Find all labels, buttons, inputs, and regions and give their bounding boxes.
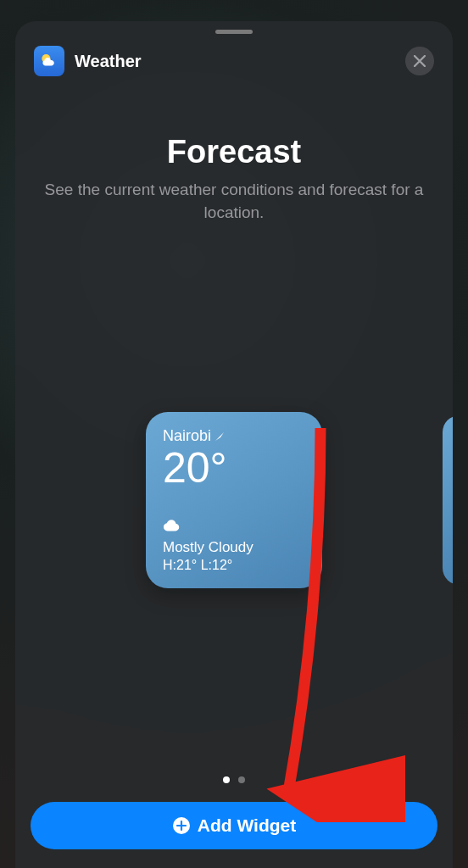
widget-title: Forecast: [32, 134, 436, 170]
app-name-label: Weather: [75, 52, 142, 71]
location-arrow-icon: [214, 431, 225, 442]
sheet-header: Weather: [15, 34, 453, 86]
close-icon: [414, 55, 426, 67]
cloud-icon: [163, 519, 305, 536]
widget-temperature: 20°: [163, 447, 305, 489]
widget-condition: Mostly Cloudy: [163, 539, 305, 556]
title-block: Forecast See the current weather conditi…: [15, 86, 453, 224]
next-widget-peek[interactable]: [443, 415, 453, 585]
widget-preview-area[interactable]: Nairobi 20° Mostly Cloudy H:21° L:12°: [15, 224, 453, 776]
plus-circle-icon: [172, 816, 191, 835]
weather-widget-preview: Nairobi 20° Mostly Cloudy H:21° L:12°: [146, 412, 322, 588]
widget-selection-sheet: Weather Forecast See the current weather…: [15, 21, 453, 868]
widget-subtitle: See the current weather conditions and f…: [32, 179, 436, 224]
page-dot-1[interactable]: [223, 776, 230, 783]
widget-high-low: H:21° L:12°: [163, 558, 305, 573]
close-button[interactable]: [405, 47, 434, 75]
page-dot-2[interactable]: [238, 776, 245, 783]
page-indicator: [15, 776, 453, 802]
add-widget-button[interactable]: Add Widget: [31, 802, 437, 849]
add-widget-label: Add Widget: [198, 815, 296, 836]
widget-location-label: Nairobi: [163, 427, 211, 445]
widget-location-row: Nairobi: [163, 427, 305, 445]
weather-app-icon: [34, 46, 64, 76]
